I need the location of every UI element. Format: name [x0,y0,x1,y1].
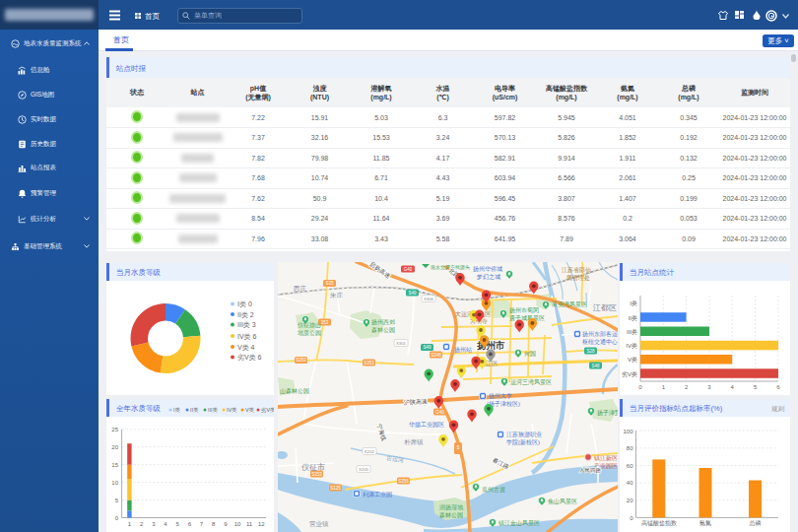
svg-text:III类: III类 [627,329,637,335]
svg-text:何园: 何园 [524,351,536,358]
svg-text:353: 353 [321,320,329,325]
svg-text:III类 3: III类 3 [237,321,256,328]
svg-text:S48: S48 [591,364,600,368]
svg-text:S125: S125 [330,486,341,491]
svg-text:100: 100 [623,429,633,434]
svg-text:IV类: IV类 [227,407,237,413]
svg-text:6: 6 [188,521,192,527]
svg-text:80: 80 [627,445,633,451]
svg-text:4: 4 [731,384,735,390]
svg-text:S35: S35 [325,281,334,286]
svg-text:地质公园: 地质公园 [298,330,321,337]
svg-text:江苏旅游职业: 江苏旅游职业 [506,431,542,438]
svg-text:10: 10 [234,521,241,527]
svg-text:V类 4: V类 4 [237,344,255,351]
svg-text:江苏省邵仙: 江苏省邵仙 [562,266,591,274]
svg-text:5: 5 [175,521,179,527]
svg-text:9: 9 [224,521,228,527]
svg-text:S28: S28 [586,349,595,354]
svg-text:劣V类: 劣V类 [261,407,274,414]
svg-text:3: 3 [707,384,711,390]
svg-text:1: 1 [128,521,132,527]
svg-text:S49: S49 [408,291,417,296]
svg-text:II类 2: II类 2 [237,311,254,318]
svg-text:0: 0 [115,515,119,521]
svg-text:高锰酸盐指数: 高锰酸盐指数 [641,519,677,527]
svg-text:V类: V类 [628,357,637,363]
svg-text:扬州西郊: 扬州西郊 [371,319,395,326]
svg-text:S49: S49 [423,345,432,350]
svg-text:1: 1 [662,384,666,390]
svg-text:利涛工业园: 利涛工业园 [362,491,392,499]
svg-text:唐子城风景区: 唐子城风景区 [509,314,545,322]
svg-text:6: 6 [776,384,780,390]
svg-text:西庄: 西庄 [293,285,307,292]
svg-text:3: 3 [152,521,156,527]
svg-text:10: 10 [111,480,118,486]
svg-text:S353: S353 [364,361,374,366]
svg-text:茱萸湾风景区: 茱萸湾风景区 [552,300,587,308]
svg-text:IV类 6: IV类 6 [237,333,257,340]
svg-text:G40: G40 [404,267,413,272]
svg-text:S353: S353 [311,472,322,477]
svg-text:焦山风景区: 焦山风景区 [548,498,577,505]
svg-text:S348: S348 [431,353,441,358]
svg-text:8: 8 [212,521,216,527]
svg-text:枢纽交通中心: 枢纽交通中心 [582,338,618,345]
svg-text:朱庄: 朱庄 [330,292,344,299]
svg-text:I类: I类 [173,407,180,413]
svg-text:镇江金山风景区: 镇江金山风景区 [498,519,540,526]
svg-text:瓜州古渡: 瓜州古渡 [482,486,505,494]
svg-text:仪征市: 仪征市 [301,463,325,472]
svg-text:梦幻之城: 梦幻之城 [476,273,500,281]
svg-text:劣V类: 劣V类 [622,371,637,378]
svg-text:II类: II类 [190,407,199,413]
svg-text:沪陕高速: 沪陕高速 [403,397,428,405]
svg-text:5: 5 [754,384,758,390]
svg-text:X205: X205 [359,467,369,472]
svg-text:0: 0 [630,515,633,521]
svg-text:15: 15 [111,462,118,468]
svg-text:X306: X306 [424,297,434,301]
svg-text:40: 40 [627,480,633,486]
svg-text:人民四路: 人民四路 [579,467,602,474]
svg-text:劣V类 6: 劣V类 6 [237,354,262,362]
svg-text:4: 4 [164,521,167,527]
svg-text:0: 0 [638,384,642,390]
svg-text:扬子津野公园: 扬子津野公园 [597,409,618,417]
svg-text:60: 60 [627,463,633,469]
svg-text:华揚工业园区: 华揚工业园区 [409,421,444,429]
svg-text:镇江新区: 镇江新区 [593,454,618,461]
svg-text:学院(新校区): 学院(新校区) [506,438,540,446]
svg-text:2: 2 [685,384,689,390]
svg-text:扬州东部客运: 扬州东部客运 [582,330,618,338]
svg-text:扬州市蜀冈: 扬州市蜀冈 [509,306,539,314]
svg-text:S356: S356 [398,479,409,484]
svg-text:仪征捺山: 仪征捺山 [298,321,321,329]
svg-text:总磷: 总磷 [749,520,762,526]
svg-text:X301: X301 [396,341,407,346]
svg-text:II类: II类 [629,315,637,321]
svg-text:K202: K202 [365,449,375,454]
svg-text:营业镇: 营业镇 [309,520,329,528]
svg-text:G40: G40 [435,410,444,415]
svg-text:森林公园: 森林公园 [439,512,463,519]
svg-text:20: 20 [627,498,633,503]
svg-text:山森林公园: 山森林公园 [280,388,309,395]
svg-text:I类: I类 [630,300,637,306]
svg-text:III类: III类 [208,407,218,413]
svg-text:江都区: 江都区 [592,303,617,312]
svg-text:IV类: IV类 [626,343,637,349]
svg-text:7: 7 [200,521,204,527]
svg-text:2: 2 [140,521,144,527]
svg-text:氨氮: 氨氮 [699,519,711,526]
svg-text:朴席镇: 朴席镇 [404,438,424,445]
svg-text:扬州华侨城: 扬州华侨城 [473,266,502,273]
svg-text:森林公园: 森林公园 [371,327,395,334]
svg-text:V类: V类 [245,407,255,413]
svg-text:25: 25 [111,427,118,432]
svg-text:扬州大学: 扬州大学 [489,392,512,400]
svg-text:5: 5 [115,498,119,503]
svg-text:运河三湾风景区: 运河三湾风景区 [510,378,552,386]
svg-text:S353: S353 [296,358,306,363]
